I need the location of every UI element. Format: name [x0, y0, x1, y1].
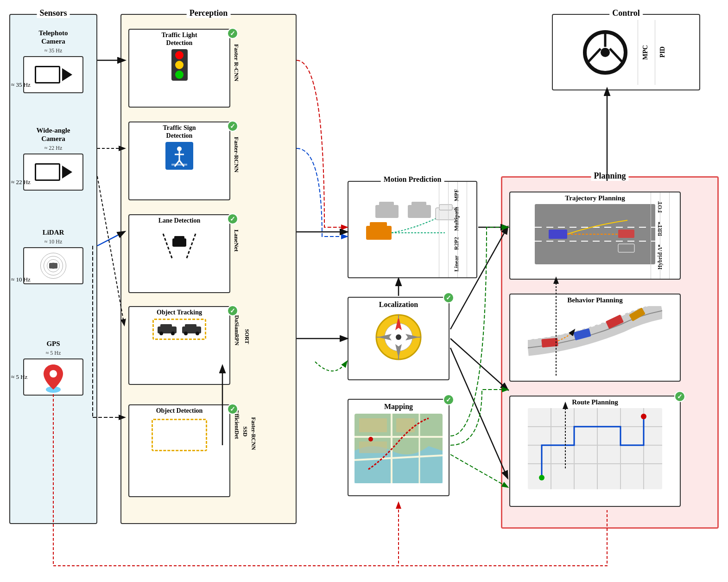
svg-point-90: [601, 48, 610, 57]
motion-prediction-section: Motion Prediction MPF Multipath R2P2 Lin…: [348, 181, 477, 278]
svg-line-30: [163, 234, 172, 259]
gps-label: GPS: [15, 339, 92, 348]
map-icon: [355, 414, 443, 483]
planning-title: Planning: [591, 171, 628, 181]
dasiamrpn-label: DaSiamRPN: [233, 315, 240, 345]
linear-label: Linear: [453, 256, 460, 272]
wideangle-label: Wide-angleCamera: [15, 126, 92, 143]
telephoto-icon-box: [23, 56, 83, 93]
lane-detection-icon: [158, 227, 200, 264]
wideangle-camera-lens: [62, 166, 72, 179]
sensors-section: Sensors TelephotoCamera ≈ 35 Hz Wide-ang…: [9, 14, 97, 524]
svg-point-20: [50, 370, 57, 377]
svg-point-88: [539, 475, 544, 480]
svg-rect-78: [528, 408, 662, 489]
lidar-freq: ≈ 10 Hz: [15, 238, 92, 245]
planning-section: Planning Trajectory Planning FOT: [501, 176, 719, 529]
object-detection-title: Object Detection: [129, 405, 229, 415]
localization-section: Localization ✓: [348, 297, 449, 380]
localization-title: Localization: [348, 298, 449, 312]
mapping-title: Mapping: [348, 400, 449, 414]
mapping-section: Mapping ✓: [348, 399, 449, 496]
checkmark-traffic-sign: ✓: [227, 121, 238, 132]
svg-point-35: [171, 332, 175, 335]
svg-point-34: [159, 332, 163, 335]
svg-line-12: [450, 339, 507, 390]
checkmark-route: ✓: [674, 391, 685, 402]
divider-2: [448, 182, 449, 277]
sort-label: SORT: [243, 329, 250, 344]
control-section: Control MPC PID: [552, 14, 700, 90]
tracking-car-1: [157, 323, 177, 336]
gps-freq: ≈ 5 Hz: [15, 350, 92, 357]
svg-rect-73: [618, 244, 634, 252]
divider-4: [467, 182, 467, 277]
object-tracking-title: Object Tracking: [129, 307, 229, 317]
svg-point-54: [396, 334, 401, 340]
trajectory-planning-title: Trajectory Planning: [510, 192, 680, 204]
faster-rcnn-label: Faster R-CNN: [233, 44, 240, 81]
multipath-label: Multipath: [453, 207, 460, 231]
faster-rcnn-2-label: Faster-RCNN: [233, 137, 240, 173]
steering-wheel-icon: [582, 29, 628, 76]
ped-sign-icon: [165, 142, 193, 170]
gps-icon-box: [23, 358, 83, 396]
traffic-light-detection: Traffic LightDetection: [128, 29, 230, 108]
telephoto-label: TelephotoCamera: [15, 29, 92, 45]
faster-rcnn-3-label: Faster-RCNN: [250, 417, 257, 450]
checkmark-lane: ✓: [227, 213, 238, 224]
svg-line-92: [588, 49, 601, 63]
traffic-sign-title: Traffic SignDetection: [129, 122, 229, 140]
divider-3: [457, 182, 458, 277]
traffic-light-title: Traffic LightDetection: [129, 30, 229, 47]
lidar-icon-box: [23, 247, 83, 284]
svg-point-38: [184, 332, 188, 335]
lanenet-label: LaneNet: [233, 230, 240, 252]
traj-div-3: [669, 192, 670, 279]
object-tracking: Object Tracking: [128, 306, 230, 385]
lane-detection: Lane Detection: [128, 214, 230, 293]
mpc-label: MPC: [642, 45, 649, 60]
motion-pred-algorithms: MPF Multipath R2P2 Linear: [453, 186, 460, 275]
wideangle-camera-body: [35, 163, 60, 181]
mpf-label: MPF: [453, 189, 460, 201]
diagram-container: Sensors TelephotoCamera ≈ 35 Hz Wide-ang…: [0, 0, 728, 582]
telephoto-freq: ≈ 35 Hz: [15, 47, 92, 54]
lidar-car-icon: [49, 263, 57, 269]
hz-5: ≈ 5 Hz: [11, 373, 27, 381]
divider-1: [439, 182, 439, 277]
camera-body: [35, 66, 60, 83]
behavior-icon: [528, 306, 662, 366]
r2p2-label: R2P2: [453, 237, 460, 250]
svg-rect-29: [174, 236, 184, 241]
wideangle-freq: ≈ 22 Hz: [15, 145, 92, 152]
object-detection-box: [152, 419, 207, 451]
svg-rect-74: [541, 338, 558, 347]
route-planning: Route Planning ✓: [509, 396, 681, 507]
traffic-light-icon: [171, 49, 188, 81]
sensor-gps: GPS ≈ 5 Hz: [15, 339, 92, 396]
lidar-rings: [39, 252, 67, 280]
trajectory-planning: Trajectory Planning FOT RRT* Hybr: [509, 192, 681, 280]
svg-rect-71: [549, 230, 567, 239]
camera-telephoto-icon: [35, 66, 72, 83]
checkmark-mapping: ✓: [443, 394, 454, 405]
efficientdet-label: EfficientDet: [233, 410, 240, 439]
sensors-title: Sensors: [37, 8, 70, 18]
traffic-sign-detection: Traffic SignDetection: [128, 122, 230, 200]
motion-pred-title: Motion Prediction: [381, 175, 444, 184]
mpc-container: MPC: [638, 20, 653, 85]
tracking-cars-box: [152, 319, 206, 340]
ssd-label: SSD: [241, 427, 248, 437]
compass-icon: [373, 312, 424, 363]
camera-lens: [62, 68, 72, 81]
behavior-planning: Behavior Planning: [509, 294, 681, 382]
control-title: Control: [609, 8, 643, 18]
svg-rect-64: [359, 418, 387, 432]
traffic-light-red: [175, 51, 184, 59]
checkmark-tracking: ✓: [227, 305, 238, 316]
perception-section: Perception Traffic LightDetection Faster…: [120, 14, 297, 524]
checkmark-traffic-light: ✓: [227, 28, 238, 39]
behavior-planning-title: Behavior Planning: [510, 294, 680, 306]
svg-rect-27: [171, 164, 187, 166]
